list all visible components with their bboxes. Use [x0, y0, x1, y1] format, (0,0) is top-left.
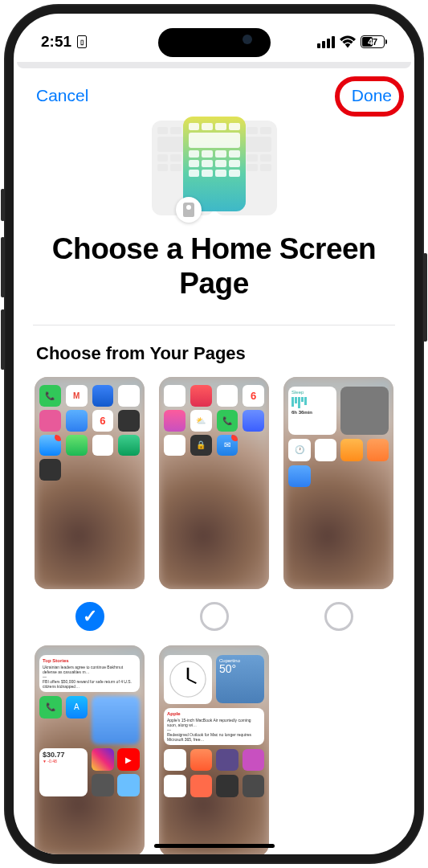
stocks-widget: $30.77 ▼ -0.48: [39, 748, 88, 796]
app-icon: [66, 435, 88, 457]
weather-widget: Cupertino 50°: [216, 655, 264, 703]
dynamic-island: [158, 28, 271, 57]
page-thumbnail: 📞 M ✱ 6 ▲: [35, 377, 145, 588]
app-icon: ⛅: [190, 410, 212, 432]
volume-up-button: [1, 237, 5, 297]
youtube-app-icon: ▶: [117, 748, 140, 771]
clock-app-icon: 🕐: [288, 439, 311, 461]
app-icon: [164, 435, 185, 457]
drive-app-icon: ▲: [92, 435, 114, 457]
news-widget-2: Apple Apple's 15-inch MacBook Air report…: [164, 708, 264, 745]
phone-app-icon: 📞: [39, 696, 62, 719]
sim-icon: ▯: [77, 35, 87, 48]
app-icon: [164, 749, 186, 772]
phone-app-icon: 📞: [39, 385, 61, 407]
app-icon: [118, 410, 140, 432]
app-icon: [117, 774, 140, 796]
pages-grid: 📞 M ✱ 6 ▲: [14, 377, 414, 854]
sheet-backdrop: [17, 62, 411, 68]
page-option-5[interactable]: Cupertino 50° Apple Apple's 15-inch MacB…: [159, 645, 269, 854]
clock-widget: [164, 655, 212, 705]
focus-badge-icon: [176, 197, 202, 223]
done-button[interactable]: Done: [352, 86, 392, 105]
authenticator-app-icon: 🔒: [190, 435, 212, 457]
cancel-button[interactable]: Cancel: [36, 86, 88, 105]
page-thumbnail: Cupertino 50° Apple Apple's 15-inch MacB…: [159, 645, 269, 854]
power-button: [423, 253, 427, 342]
page-thumbnail: 6 ⛅ 📞 🔒 ✉: [159, 377, 269, 588]
app-icon: [243, 410, 264, 432]
hero-illustration: [14, 112, 414, 221]
app-icon: [217, 385, 238, 407]
photos-app-icon: ✿: [164, 775, 186, 797]
app-icon: [243, 749, 265, 772]
widget: [92, 696, 140, 744]
app-icon: [190, 385, 212, 407]
page-title: Choose a Home Screen Page: [14, 221, 414, 325]
phone-app-icon: 📞: [217, 410, 238, 432]
nav-bar: Cancel Done: [14, 68, 414, 112]
app-icon: [92, 385, 114, 407]
app-icon: [39, 435, 61, 457]
battery-icon: 47: [361, 35, 387, 48]
photos-app-icon: [340, 439, 363, 461]
podcasts-app-icon: [216, 749, 238, 772]
page-thumbnail: Top Stories Ukrainian leaders agree to c…: [35, 645, 145, 854]
app-icon: [66, 410, 88, 432]
app-icon: [315, 439, 337, 461]
app-icon: [190, 775, 213, 797]
app-icon: [118, 435, 140, 457]
app-icon: [164, 410, 185, 432]
front-camera: [243, 35, 252, 44]
app-icon: [39, 410, 61, 432]
calendar-app-icon: 6: [243, 385, 264, 407]
mail-app-icon: ✉: [217, 435, 238, 457]
instagram-app-icon: [92, 748, 114, 771]
books-app-icon: [367, 439, 389, 461]
app-icon: [216, 775, 238, 797]
page-option-4[interactable]: Top Stories Ukrainian leaders agree to c…: [35, 645, 145, 854]
page-radio-selected[interactable]: [75, 602, 104, 631]
page-option-2[interactable]: 6 ⛅ 📞 🔒 ✉: [159, 377, 269, 630]
volume-down-button: [1, 309, 5, 370]
page-option-3[interactable]: Sleep 6h 36min 🕐: [283, 377, 393, 630]
app-icon: [190, 749, 213, 772]
screen: 2:51 ▯ 47: [14, 14, 414, 854]
cellular-signal-icon: [317, 36, 335, 48]
mute-switch: [1, 189, 5, 221]
phone-frame: 2:51 ▯ 47: [4, 4, 424, 864]
widget: [340, 387, 389, 435]
section-header: Choose from Your Pages: [14, 326, 414, 377]
news-widget: Top Stories Ukrainian leaders agree to c…: [39, 655, 140, 693]
calendar-app-icon: 6: [92, 410, 114, 432]
app-icon: [92, 774, 114, 796]
app-icon: [164, 385, 185, 407]
page-radio[interactable]: [324, 602, 353, 631]
gmail-app-icon: M: [66, 385, 88, 407]
sleep-widget: Sleep 6h 36min: [288, 387, 336, 435]
app-icon: [288, 465, 311, 488]
page-radio[interactable]: [200, 602, 229, 631]
wifi-icon: [340, 35, 356, 48]
calculator-app-icon: [39, 459, 61, 481]
home-indicator[interactable]: [154, 844, 275, 848]
status-time: 2:51: [41, 33, 71, 51]
appstore-app-icon: A: [66, 696, 88, 719]
page-thumbnail: Sleep 6h 36min 🕐: [283, 377, 393, 588]
page-option-1[interactable]: 📞 M ✱ 6 ▲: [35, 377, 145, 630]
slack-app-icon: ✱: [118, 385, 140, 407]
app-icon: [243, 775, 265, 797]
